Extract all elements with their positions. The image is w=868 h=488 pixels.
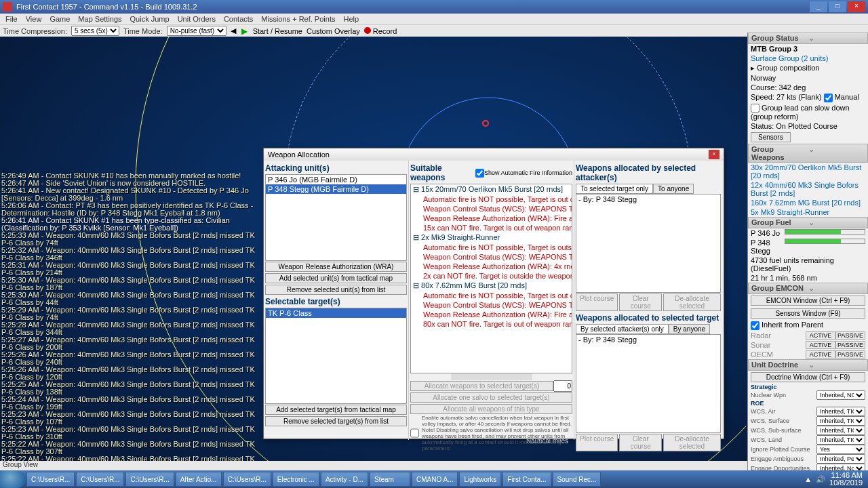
weapon-tree-node[interactable]: Weapon Control Status (WCS): WEAPONS TIG… xyxy=(411,252,572,262)
add-target-button[interactable]: Add selected target(s) from tactical map xyxy=(265,405,407,415)
slow-down-checkbox[interactable] xyxy=(751,104,760,113)
weapon-tree-node[interactable]: Weapon Release Authorization (WRA): 4x r… xyxy=(411,262,572,271)
suitable-weapons-tree[interactable]: ⊟ 15x 20mm/70 Oerlikon Mk5 Burst [20 rnd… xyxy=(410,184,572,373)
step-back-icon[interactable]: ◀ xyxy=(231,26,236,35)
manual-checkbox[interactable] xyxy=(824,94,833,102)
target-item[interactable]: TK P-6 Class xyxy=(266,308,406,318)
taskbar-item[interactable]: C:\Users\R... xyxy=(125,472,174,487)
passive-button[interactable]: PASSIVE xyxy=(835,331,865,340)
sensors-window-button[interactable]: Sensors Window (F9) xyxy=(751,308,865,319)
group-weapon-link[interactable]: 12x 40mm/60 Mk3 Single Bofors Burst [2 r… xyxy=(748,180,868,198)
maximize-button[interactable]: □ xyxy=(829,1,846,12)
group-composition[interactable]: Group composition xyxy=(757,64,819,72)
tab-to-selected[interactable]: To selected target only xyxy=(576,184,653,194)
doctrine-select[interactable]: Inherited, TIGHT - I xyxy=(816,407,865,416)
weapon-tree-node[interactable]: Automatic fire is NOT possible, Target i… xyxy=(411,291,572,300)
surface-group-link[interactable]: Surface Group (2 units) xyxy=(748,54,868,63)
menu-help[interactable]: Help xyxy=(343,15,359,23)
dealloc-button-1[interactable]: De-allocate selected xyxy=(663,293,721,311)
doctrine-select[interactable]: Inherited, NOT GR... xyxy=(816,390,865,400)
taskbar-item[interactable]: C:\Users\R... xyxy=(223,472,271,487)
close-button[interactable]: × xyxy=(848,1,865,12)
attacking-units-list[interactable]: P 346 Jo (MGB Fairmile D)P 348 Stegg (MG… xyxy=(265,174,407,261)
scrollbar[interactable] xyxy=(451,373,532,380)
tray-icon[interactable]: ▲ xyxy=(804,475,812,483)
sensors-button[interactable]: Sensors xyxy=(751,132,791,142)
time-mode-select[interactable]: No-pulse (fast) xyxy=(167,26,226,36)
group-weapon-link[interactable]: 30x 20mm/70 Oerlikon Mk5 Burst [20 rnds] xyxy=(748,163,868,180)
record-button[interactable]: Record xyxy=(373,27,397,35)
weapon-tree-node[interactable]: ⊟ 15x 20mm/70 Oerlikon Mk5 Burst [20 rnd… xyxy=(411,184,572,195)
taskbar-item[interactable]: Electronic ... xyxy=(273,472,319,487)
taskbar-item[interactable]: C:\Users\R... xyxy=(76,472,124,487)
start-resume-button[interactable]: Start / Resume xyxy=(253,27,302,35)
clear-course-button-2[interactable]: Clear course xyxy=(619,434,661,451)
group-weapon-link[interactable]: 160x 7.62mm MG Burst [20 rnds] xyxy=(748,198,868,207)
taskbar-item[interactable]: Steam xyxy=(370,472,410,487)
taskbar-item[interactable]: C:\Users\R... xyxy=(26,472,75,487)
emcon-window-button[interactable]: EMCON Window (Ctrl + F9) xyxy=(751,296,865,306)
menu-view[interactable]: View xyxy=(26,15,42,23)
tab-to-anyone[interactable]: To anyone xyxy=(653,184,694,194)
doctrine-select[interactable]: Inherited, No (enga xyxy=(816,464,865,470)
time-compression-select[interactable]: 5 secs (5x) xyxy=(71,26,119,36)
menu-contacts[interactable]: Contacts xyxy=(224,15,253,23)
attacker-item[interactable]: P 346 Jo (MGB Fairmile D) xyxy=(266,175,406,184)
passive-button[interactable]: PASSIVE xyxy=(835,341,865,349)
dialog-close-button[interactable]: × xyxy=(709,150,719,159)
weapon-tree-node[interactable]: Weapon Release Authorization (WRA): Fire… xyxy=(411,310,572,319)
start-orb[interactable] xyxy=(0,470,26,488)
allocate-salvo-button[interactable]: Allocate one salvo to selected target(s) xyxy=(410,392,572,403)
plot-course-button-2[interactable]: Plot course xyxy=(576,434,618,451)
menu-missions-ref-points[interactable]: Missions + Ref. Points xyxy=(261,15,335,23)
play-icon[interactable]: ▶ xyxy=(240,26,249,36)
doctrine-select[interactable]: Inherited, TIGHT - I xyxy=(816,416,865,426)
custom-overlay-button[interactable]: Custom Overlay xyxy=(307,27,360,35)
minimize-button[interactable]: _ xyxy=(810,1,827,12)
dealloc-button-2[interactable]: De-allocate selected xyxy=(663,434,721,451)
weapon-tree-node[interactable]: Automatic fire is NOT possible, Target i… xyxy=(411,195,572,204)
tray-icon[interactable]: 🔊 xyxy=(816,475,825,484)
wra-button[interactable]: Weapon Release Authorization (WRA) xyxy=(265,262,407,272)
doctrine-select[interactable]: Inherited, TIGHT - I xyxy=(816,435,865,445)
weapon-tree-node[interactable]: Weapon Control Status (WCS): WEAPONS TIG… xyxy=(411,204,572,214)
weapon-tree-node[interactable]: Weapon Control Status (WCS): WEAPONS TIG… xyxy=(411,300,572,310)
alloc-by-attacker-list[interactable]: - By: P 348 Stegg xyxy=(576,194,721,293)
show-auto-fire-checkbox[interactable] xyxy=(475,169,484,178)
taskbar-item[interactable]: Lightworks xyxy=(459,472,501,487)
remove-unit-button[interactable]: Remove selected unit(s) from list xyxy=(265,285,407,295)
chevron-icon[interactable]: ⌄ xyxy=(808,34,865,43)
tab-by-selected[interactable]: By selected attacker(s) only xyxy=(576,324,669,334)
doctrine-window-button[interactable]: Doctrine Window (Ctrl + F9) xyxy=(751,372,865,382)
weapon-tree-node[interactable]: 2x can NOT fire. Target is outside the w… xyxy=(411,271,572,281)
allocate-all-button[interactable]: Allocate all weapons of this type xyxy=(410,404,572,414)
menu-quick-jump[interactable]: Quick Jump xyxy=(130,15,170,23)
salvo-cancel-checkbox[interactable] xyxy=(410,415,419,451)
group-weapon-link[interactable]: 5x Mk9 Straight-Runner xyxy=(748,207,868,217)
active-button[interactable]: ACTIVE xyxy=(806,350,835,359)
passive-button[interactable]: PASSIVE xyxy=(835,350,865,359)
taskbar-item[interactable]: First Conta... xyxy=(502,472,551,487)
weapon-tree-node[interactable]: Weapon Release Authorization (WRA): Fire… xyxy=(411,214,572,223)
selectable-targets-list[interactable]: TK P-6 Class xyxy=(265,308,407,404)
weapon-tree-node[interactable]: ⊟ 2x Mk9 Straight-Runner xyxy=(411,232,572,243)
menu-map-settings[interactable]: Map Settings xyxy=(78,15,121,23)
taskbar-item[interactable]: CMANO A... xyxy=(412,472,458,487)
active-button[interactable]: ACTIVE xyxy=(806,331,835,340)
doctrine-select[interactable]: Inherited, Pessimis xyxy=(816,454,865,464)
plot-course-button-1[interactable]: Plot course xyxy=(576,293,618,311)
taskbar-item[interactable]: Activity - D... xyxy=(321,472,368,487)
weapon-tree-node[interactable]: ⊟ 80x 7.62mm MG Burst [20 rnds] xyxy=(411,281,572,291)
taskbar-item[interactable]: After Actio... xyxy=(176,472,222,487)
clear-course-button-1[interactable]: Clear course xyxy=(619,293,661,311)
menu-unit-orders[interactable]: Unit Orders xyxy=(178,15,216,23)
allocate-weapons-button[interactable]: Allocate weapons to selected target(s) xyxy=(410,381,553,391)
menu-game[interactable]: Game xyxy=(50,15,70,23)
doctrine-select[interactable]: Inherited, TIGHT - I xyxy=(816,426,865,435)
remove-target-button[interactable]: Remove selected target(s) from list xyxy=(265,416,407,426)
doctrine-select[interactable]: Yes xyxy=(816,445,865,454)
weapon-tree-node[interactable]: 15x can NOT fire. Target is out of weapo… xyxy=(411,223,572,232)
attacker-item[interactable]: P 348 Stegg (MGB Fairmile D) xyxy=(266,184,406,194)
taskbar-item[interactable]: Sound Rec... xyxy=(553,472,601,487)
allocate-qty-input[interactable] xyxy=(553,380,572,392)
